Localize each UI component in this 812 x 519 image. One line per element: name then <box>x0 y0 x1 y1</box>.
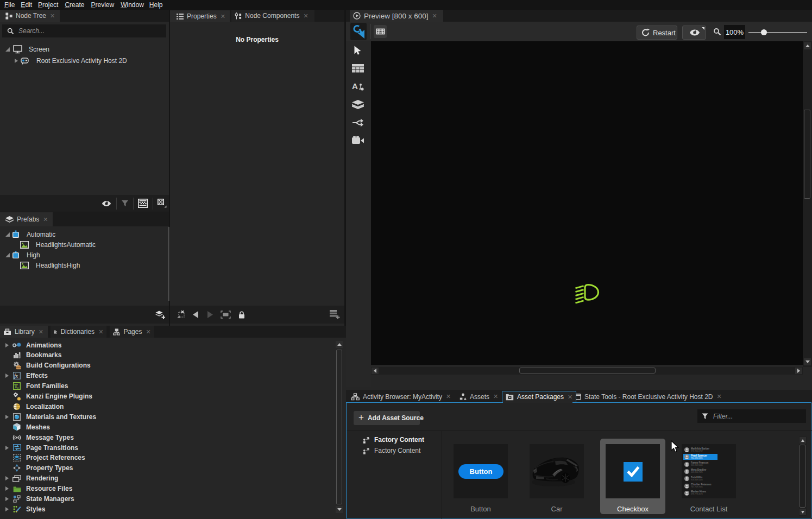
svg-text:A: A <box>352 81 358 91</box>
svg-text:fx: fx <box>14 374 18 379</box>
svg-text:r: r <box>17 385 19 390</box>
